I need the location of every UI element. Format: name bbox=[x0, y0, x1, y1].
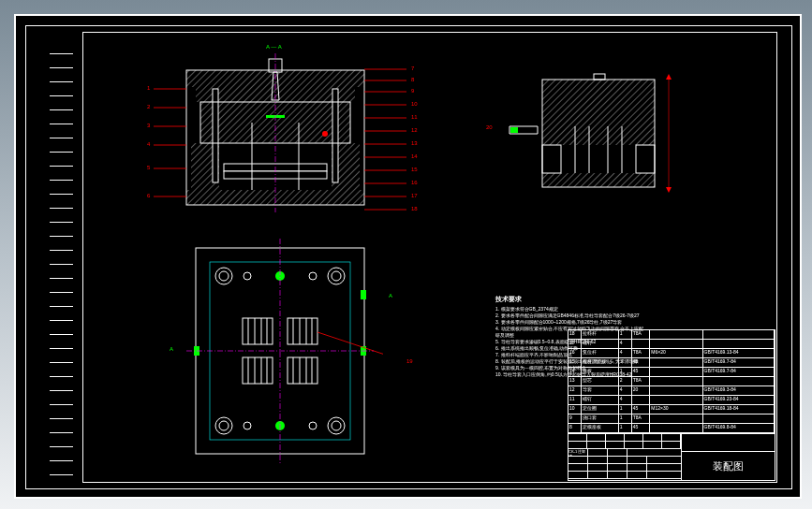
svg-rect-82 bbox=[243, 357, 273, 384]
section-mark-a1: A bbox=[389, 293, 392, 298]
svg-rect-42 bbox=[542, 173, 655, 187]
bom-row: 15推杆固定板145GB/T4169.7-84 bbox=[568, 358, 775, 368]
ruler-vertical bbox=[50, 40, 73, 480]
balloon-3: 3 bbox=[147, 123, 150, 128]
balloon-20: 20 bbox=[486, 124, 493, 130]
dim-height: 227 bbox=[677, 124, 683, 134]
svg-rect-67 bbox=[361, 290, 366, 299]
bom-table: 18拉料杆1T8A17螺钉416复位杆4T8AM6×20GB/T4169.13-… bbox=[568, 330, 775, 434]
balloon-6: 6 bbox=[147, 193, 150, 198]
balloon-11: 11 bbox=[411, 114, 418, 120]
balloon-17: 17 bbox=[411, 193, 418, 198]
svg-rect-11 bbox=[213, 89, 218, 182]
svg-point-71 bbox=[309, 422, 317, 429]
section-label-aa: A — A bbox=[266, 44, 282, 50]
note-2: 2. 要求各零件配合间隙应满足GB4846标准,导柱导套配合7级26-7级27 bbox=[495, 313, 645, 319]
balloon-4: 4 bbox=[147, 141, 150, 147]
balloon-12: 12 bbox=[411, 127, 418, 133]
section-mark-a2: A bbox=[170, 346, 173, 352]
balloon-18: 18 bbox=[411, 206, 418, 211]
drawing-title: 装配图 bbox=[682, 452, 775, 481]
dim-width: 360 bbox=[271, 468, 280, 473]
svg-rect-44 bbox=[636, 145, 655, 173]
svg-rect-72 bbox=[243, 318, 273, 344]
svg-point-68 bbox=[244, 272, 251, 280]
balloon-5: 5 bbox=[147, 165, 150, 170]
leaders-right bbox=[364, 56, 411, 220]
bom-row: 11螺钉4GB/T4169.23-84 bbox=[568, 396, 775, 405]
balloon-1: 1 bbox=[147, 85, 150, 91]
cad-window-frame: A — A 1 2 3 4 5 6 7 8 9 10 11 12 13 14 1… bbox=[14, 14, 802, 499]
svg-point-58 bbox=[332, 271, 341, 281]
title-block: 18拉料杆1T8A17螺钉416复位杆4T8AM6×20GB/T4169.13-… bbox=[568, 329, 775, 481]
bom-row: 12导套420GB/T4169.3-84 bbox=[568, 386, 775, 396]
bom-row: 14推板145GB/T4169.7-84 bbox=[568, 368, 775, 377]
balloon-14: 14 bbox=[411, 153, 418, 159]
svg-point-70 bbox=[244, 422, 251, 429]
svg-rect-87 bbox=[288, 357, 317, 384]
drawing-area: A — A 1 2 3 4 5 6 7 8 9 10 11 12 13 14 1… bbox=[82, 32, 777, 483]
bom-row: 9浇口套1T8A bbox=[568, 414, 775, 424]
plan-view bbox=[177, 239, 383, 463]
title-block-signatures: CK-1 注塑模 bbox=[568, 434, 682, 481]
svg-point-61 bbox=[328, 417, 345, 434]
notes-heading: 技术要求 bbox=[495, 295, 645, 304]
svg-rect-39 bbox=[542, 94, 655, 108]
bom-row: 10定位圈145M12×30GB/T4169.18-84 bbox=[568, 405, 775, 414]
svg-point-57 bbox=[328, 268, 345, 284]
side-view bbox=[505, 70, 692, 211]
svg-point-59 bbox=[215, 417, 232, 434]
svg-rect-38 bbox=[542, 80, 655, 94]
balloon-9: 9 bbox=[411, 88, 414, 94]
bom-row: 17螺钉4 bbox=[568, 340, 775, 349]
bom-row: 16复位杆4T8AM6×20GB/T4169.13-84 bbox=[568, 349, 775, 358]
note-3: 3. 要求各零件间隙配合1000~1200规格,7级26导柱,7级27导套 bbox=[495, 319, 645, 326]
section-view-aa bbox=[168, 51, 383, 220]
balloon-13: 13 bbox=[411, 140, 418, 146]
bom-row: 13型芯2T8A bbox=[568, 377, 775, 386]
note-1: 1. 模架要求符合GB_2374规定 bbox=[495, 306, 645, 313]
svg-rect-77 bbox=[288, 318, 317, 344]
svg-rect-46 bbox=[510, 127, 518, 133]
svg-point-60 bbox=[219, 421, 229, 430]
svg-rect-41 bbox=[542, 126, 655, 145]
balloon-16: 16 bbox=[411, 180, 418, 185]
bom-row: 8定模座板145GB/T4169.8-84 bbox=[568, 424, 775, 433]
balloon-7: 7 bbox=[411, 65, 414, 71]
leaders-left bbox=[154, 56, 191, 215]
svg-rect-12 bbox=[332, 89, 338, 182]
drawing-border-outer: A — A 1 2 3 4 5 6 7 8 9 10 11 12 13 14 1… bbox=[25, 25, 792, 489]
balloon-2: 2 bbox=[147, 104, 150, 109]
svg-point-62 bbox=[332, 421, 341, 430]
bom-row: 18拉料杆1T8A bbox=[568, 330, 775, 340]
svg-point-69 bbox=[309, 272, 317, 280]
svg-rect-40 bbox=[542, 108, 655, 126]
balloon-15: 15 bbox=[411, 167, 418, 172]
balloon-8: 8 bbox=[411, 77, 414, 82]
svg-point-55 bbox=[215, 268, 232, 284]
balloon-10: 10 bbox=[411, 101, 418, 107]
balloon-19: 19 bbox=[406, 358, 413, 364]
svg-rect-45 bbox=[594, 74, 605, 80]
svg-point-56 bbox=[219, 271, 229, 281]
svg-rect-43 bbox=[542, 145, 561, 173]
title-block-scale bbox=[682, 434, 775, 452]
svg-point-10 bbox=[322, 131, 328, 137]
